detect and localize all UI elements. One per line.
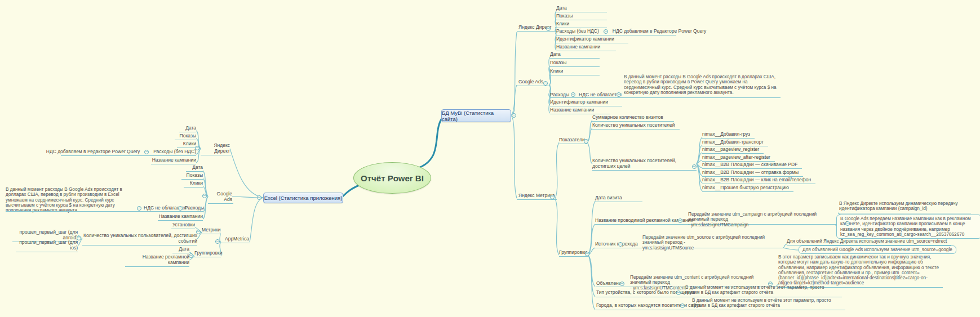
collapse-icon[interactable] <box>215 239 220 244</box>
note-ad-detail[interactable]: В этот параметр записываем как динамичес… <box>778 255 943 288</box>
note-utm-source[interactable]: Передаём значение utm_source с атрибуцие… <box>642 235 783 251</box>
node-cities[interactable]: Города, в которых находятся посетители с… <box>596 302 701 308</box>
collapse-icon[interactable] <box>543 81 548 86</box>
note-device-type[interactable]: В данный момент не используем в отчёте э… <box>685 285 839 296</box>
collapse-icon[interactable] <box>189 253 193 258</box>
note-campaign-google[interactable]: В Google Ads передаём название кампании … <box>836 215 980 239</box>
node-ga-campaign-name[interactable]: Название кампании <box>158 213 203 221</box>
node-ga-vat[interactable]: НДС не облагается <box>579 92 622 97</box>
node-event-ios[interactable]: прошли_первый_шаг (для ios) <box>16 239 78 252</box>
branch-pokazateli[interactable]: Показатели <box>559 137 587 144</box>
node-goal[interactable]: nimax__B2B Площадки — скачивание PDF <box>702 162 802 169</box>
node-goal-uniques[interactable]: Количество уникальных посетителей, дости… <box>592 158 697 171</box>
node-ga-clicks[interactable]: Клики <box>550 68 600 75</box>
node-goal[interactable]: nimax__B2B Площадки — клик на email/теле… <box>702 177 815 184</box>
node-ga-campaign-id[interactable]: Идентификатор кампании <box>550 99 622 106</box>
collapse-icon[interactable] <box>137 206 141 211</box>
note-yd-costs[interactable]: НДС добавляем в Редакторе Power Query <box>613 28 706 34</box>
collapse-icon[interactable] <box>680 303 685 308</box>
node-ga-costs[interactable]: Расходы <box>550 92 569 97</box>
node-traffic-source[interactable]: Источник перехода <box>595 241 638 247</box>
node-yd-clicks[interactable]: Клики <box>556 21 607 28</box>
node-ga-clicks[interactable]: Клики <box>184 180 203 187</box>
note-source-yandex[interactable]: Для объявлений Яндекс Директа используем… <box>787 239 951 245</box>
node-goal[interactable]: nimax__Добавил-транспорт <box>702 139 768 146</box>
branch-appmetrica[interactable]: AppMetrica <box>221 236 250 243</box>
node-goal[interactable]: nimax__pageview_after-register <box>702 154 775 162</box>
node-ga-campaign-name[interactable]: Название кампании <box>550 107 610 114</box>
collapse-icon[interactable] <box>257 195 261 200</box>
branch-gruppirovki[interactable]: Группировки <box>559 249 588 257</box>
collapse-icon[interactable] <box>202 194 207 198</box>
collapse-icon[interactable] <box>178 206 183 211</box>
node-yd-date[interactable]: Дата <box>556 5 607 12</box>
branch-gruppirovki-left[interactable]: Группировки <box>194 250 221 257</box>
node-goal[interactable]: nimax__pageview_register <box>702 146 764 154</box>
collapse-icon[interactable] <box>546 26 551 31</box>
collapse-icon[interactable] <box>585 252 589 256</box>
node-goal-uniques-label: Количество уникальных посетителей, дости… <box>592 158 688 169</box>
node-ga-shows[interactable]: Показы <box>181 172 203 180</box>
branch-google-ads-left[interactable]: Google Ads <box>208 191 233 204</box>
collapse-icon[interactable] <box>676 291 681 295</box>
note-cities[interactable]: В данный момент не используем в отчёте э… <box>692 298 845 309</box>
note-utm-campaign[interactable]: Передаём значение utm_campaign с атрибуц… <box>688 212 829 227</box>
collapse-icon[interactable] <box>196 230 201 234</box>
collapse-icon[interactable] <box>604 29 608 34</box>
node-installs[interactable]: Установки <box>171 222 195 229</box>
branch-metriki[interactable]: Метрики <box>202 227 220 234</box>
main-topic-excel[interactable]: Excel (Статистика приложения) <box>263 193 343 203</box>
node-yd-shows[interactable]: Показы <box>556 13 607 20</box>
node-yd-campaign-name[interactable]: Название кампании <box>556 44 616 51</box>
collapse-icon[interactable] <box>195 146 199 150</box>
node-ga-date[interactable]: Дата <box>550 51 600 59</box>
collapse-icon[interactable] <box>144 150 149 154</box>
node-visit-date[interactable]: Дата визита <box>595 195 642 202</box>
collapse-icon[interactable] <box>584 139 588 144</box>
node-yd-costs-row[interactable]: Расходы (без НДС) НДС добавляем в Редакт… <box>556 28 676 35</box>
main-topic-db-mybi-label: БД MyBi (Статистика сайта) <box>442 110 511 122</box>
node-app-campaign-name[interactable]: Название рекламной кампании <box>125 254 189 267</box>
collapse-icon[interactable] <box>768 282 773 286</box>
node-yd-costs[interactable]: Расходы (без НДС) <box>153 149 196 154</box>
node-ga-costs[interactable]: Расходы <box>185 205 204 211</box>
node-ga-date[interactable]: Дата <box>186 164 203 172</box>
node-yd-campaign-name[interactable]: Название кампании <box>151 157 196 164</box>
main-topic-db-mybi[interactable]: БД MyBi (Статистика сайта) <box>441 109 511 122</box>
node-unique-visitors[interactable]: Количество уникальных посетителей <box>592 122 680 130</box>
node-goal[interactable]: nimax__Прошел быструю регистрацию <box>702 185 793 192</box>
mindmap-canvas: Отчёт Power BI БД MyBi (Статистика сайта… <box>0 0 980 317</box>
node-yd-date[interactable]: Дата <box>179 125 196 132</box>
collapse-icon[interactable] <box>678 218 682 223</box>
collapse-icon[interactable] <box>571 92 575 97</box>
note-campaign-yandex[interactable]: В Яндекс Директе используем динамическую… <box>839 201 971 213</box>
collapse-icon[interactable] <box>77 236 81 240</box>
collapse-icon[interactable] <box>618 242 623 247</box>
note-source-google[interactable]: Для объявлений Google Ads используем зна… <box>799 245 956 254</box>
node-yd-campaign-id[interactable]: Идентификатор кампании <box>556 36 628 43</box>
central-topic[interactable]: Отчёт Power BI <box>353 162 431 194</box>
node-yd-costs[interactable]: Расходы (без НДС) <box>556 28 599 34</box>
collapse-icon[interactable] <box>692 164 697 169</box>
node-goal[interactable]: nimax__B2B Площадки — отправка формы <box>702 169 803 177</box>
node-goal[interactable]: nimax__Добавил-груз <box>702 131 755 139</box>
collapse-icon[interactable] <box>617 92 621 97</box>
main-topic-excel-label: Excel (Статистика приложения) <box>264 195 343 201</box>
collapse-icon[interactable] <box>512 113 516 118</box>
branch-yandex-direct-right[interactable]: Яндекс Директ <box>517 24 557 32</box>
node-yd-costs-row[interactable]: НДС добавляем в Редакторе Power Query Ра… <box>61 149 196 156</box>
collapse-icon[interactable] <box>845 221 850 226</box>
node-yd-shows[interactable]: Показы <box>175 133 196 140</box>
central-topic-label: Отчёт Power BI <box>361 173 424 183</box>
collapse-icon[interactable] <box>620 282 624 286</box>
node-event-uniques[interactable]: Количество уникальных пользователей, дос… <box>82 233 197 245</box>
collapse-icon[interactable] <box>550 195 555 199</box>
node-ga-shows[interactable]: Показы <box>550 60 600 67</box>
node-total-visits[interactable]: Суммарное количество визитов <box>592 114 674 122</box>
node-app-date[interactable]: Дата <box>172 246 189 253</box>
branch-yandex-direct-left[interactable]: Яндекс Директ <box>201 142 231 155</box>
node-yd-clicks[interactable]: Клики <box>177 141 196 148</box>
note-yd-costs[interactable]: НДС добавляем в Редакторе Power Query <box>46 149 140 154</box>
